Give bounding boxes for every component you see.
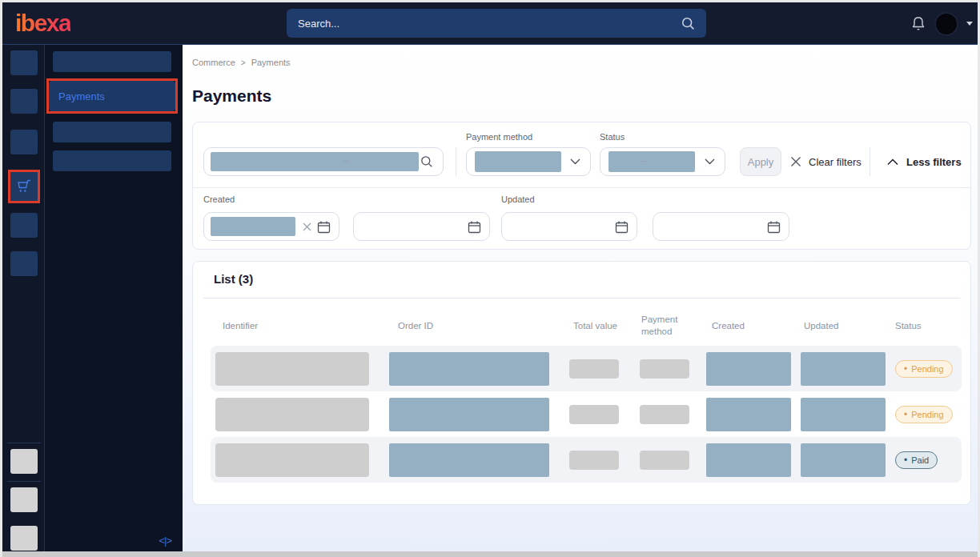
table-body: Pending Pending xyxy=(211,346,962,483)
sidebar-item-payments-label: Payments xyxy=(49,81,175,111)
user-menu-caret-icon[interactable] xyxy=(966,22,973,26)
date-range-separator: – xyxy=(642,154,648,166)
clear-filters-label: Clear filters xyxy=(809,156,862,168)
breadcrumb-commerce[interactable]: Commerce xyxy=(192,58,235,67)
updated-from-input[interactable] xyxy=(501,212,637,241)
redacted-total-value xyxy=(569,359,619,379)
col-order-id: Order ID xyxy=(389,320,565,332)
created-to-input[interactable] xyxy=(353,212,490,241)
redacted-created xyxy=(706,352,791,386)
sidebar-item-payments-active[interactable]: Payments xyxy=(46,78,178,114)
redacted-date-value xyxy=(211,217,295,236)
col-status: Status xyxy=(891,320,962,332)
apply-button[interactable]: Apply xyxy=(740,147,781,176)
less-filters-button[interactable]: Less filters xyxy=(887,147,962,176)
redacted-total-value xyxy=(569,451,619,470)
user-avatar[interactable] xyxy=(934,12,958,36)
rail-item-commerce-active[interactable] xyxy=(8,170,40,203)
calendar-icon[interactable] xyxy=(317,220,331,234)
rail-item-1[interactable] xyxy=(10,50,38,75)
list-divider xyxy=(203,298,960,299)
payment-method-select[interactable] xyxy=(466,147,591,176)
calendar-icon[interactable] xyxy=(615,220,629,234)
sidebar-item-1[interactable] xyxy=(53,51,171,72)
calendar-icon[interactable] xyxy=(767,220,781,234)
chevron-down-icon xyxy=(570,158,580,165)
redacted-payment-method xyxy=(640,451,689,470)
sidebar-item-3[interactable] xyxy=(53,122,171,142)
status-badge: Paid xyxy=(895,451,938,469)
rail-item-6[interactable] xyxy=(10,251,38,276)
updated-to-input[interactable] xyxy=(653,212,789,241)
redacted-order-id xyxy=(389,398,549,431)
redacted-updated xyxy=(801,352,886,386)
col-updated: Updated xyxy=(797,320,891,332)
clear-date-icon[interactable] xyxy=(303,222,311,231)
redacted-identifier xyxy=(215,352,369,386)
status-label: Status xyxy=(600,132,625,142)
sidebar-collapse-icon[interactable]: <|> xyxy=(159,535,171,547)
app-window: ibexa xyxy=(0,0,980,557)
table-row[interactable]: Paid xyxy=(211,437,962,483)
status-badge: Pending xyxy=(895,360,953,378)
filters-panel: Payment method Status Apply xyxy=(192,122,971,250)
filter-divider xyxy=(870,147,870,176)
redacted-payment-method xyxy=(640,405,689,424)
breadcrumb: Commerce > Payments xyxy=(192,58,971,67)
rail-bottom-item-3[interactable] xyxy=(10,526,38,551)
secondary-sidebar: Payments <|> xyxy=(45,45,183,551)
list-title: List (3) xyxy=(214,272,253,286)
table-header: Identifier Order ID Total value Payment … xyxy=(211,306,962,346)
ibexa-logo[interactable]: ibexa xyxy=(15,10,70,37)
less-filters-label: Less filters xyxy=(906,156,962,168)
table-row[interactable]: Pending xyxy=(211,391,962,437)
created-label: Created xyxy=(203,194,235,204)
redacted-total-value xyxy=(569,405,619,424)
redacted-search-value xyxy=(211,152,419,171)
col-payment-method: Payment method xyxy=(633,314,702,338)
rail-divider xyxy=(7,481,41,482)
topbar: ibexa xyxy=(2,2,978,45)
sidebar-item-4[interactable] xyxy=(53,150,171,171)
redacted-select-value xyxy=(475,151,561,172)
rail-bottom-item-2[interactable] xyxy=(10,487,38,512)
filter-row-separator xyxy=(193,187,970,188)
calendar-icon[interactable] xyxy=(468,220,481,234)
search-input[interactable] xyxy=(298,18,681,30)
payment-method-label: Payment method xyxy=(466,132,532,142)
rail-item-3[interactable] xyxy=(10,130,38,154)
rail-bottom-item-1[interactable] xyxy=(10,449,38,474)
redacted-identifier xyxy=(215,443,369,477)
rail-item-5[interactable] xyxy=(10,213,38,238)
created-from-input[interactable] xyxy=(203,212,339,241)
breadcrumb-separator: > xyxy=(241,58,246,67)
topbar-actions xyxy=(910,2,973,45)
redacted-order-id xyxy=(389,443,549,477)
notifications-bell-icon[interactable] xyxy=(910,15,926,33)
page-title: Payments xyxy=(192,86,971,106)
main-content: Commerce > Payments Payments Payment met… xyxy=(183,45,978,551)
table-row[interactable]: Pending xyxy=(211,346,962,391)
horizontal-scrollbar[interactable] xyxy=(2,551,978,557)
redacted-updated xyxy=(801,398,886,431)
redacted-updated xyxy=(801,443,886,477)
payments-list-panel: List (3) Identifier Order ID Total value… xyxy=(192,261,971,505)
status-badge: Pending xyxy=(895,406,953,423)
col-created: Created xyxy=(702,320,797,332)
redacted-order-id xyxy=(389,352,549,386)
col-identifier: Identifier xyxy=(211,320,389,332)
shopping-cart-icon xyxy=(15,178,33,195)
redacted-payment-method xyxy=(640,359,689,379)
updated-label: Updated xyxy=(501,194,535,204)
redacted-created xyxy=(706,398,791,431)
filter-divider xyxy=(456,147,456,176)
global-search xyxy=(287,9,706,38)
redacted-identifier xyxy=(215,398,369,431)
filter-search-input[interactable] xyxy=(203,147,444,176)
status-select[interactable] xyxy=(600,147,725,176)
chevron-up-icon xyxy=(887,158,898,166)
col-total-value: Total value xyxy=(565,320,633,332)
rail-item-2[interactable] xyxy=(10,89,38,114)
redacted-created xyxy=(706,443,791,477)
clear-filters-button[interactable]: Clear filters xyxy=(790,147,862,176)
